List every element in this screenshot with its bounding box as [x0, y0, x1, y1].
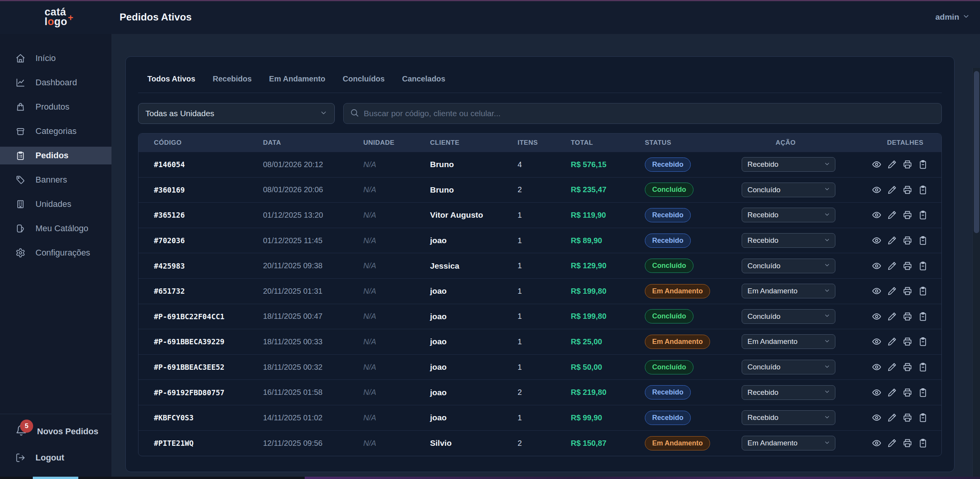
edit-order-button[interactable] [887, 159, 897, 169]
status-select[interactable]: Concluído [742, 360, 835, 374]
vertical-scrollbar[interactable] [972, 68, 980, 479]
edit-order-button[interactable] [887, 413, 897, 423]
edit-order-button[interactable] [887, 438, 897, 448]
sidebar-item-unidades[interactable]: Unidades [0, 195, 111, 213]
sidebar-item-inicio[interactable]: Início [0, 49, 111, 67]
print-order-button[interactable] [902, 185, 913, 195]
view-order-button[interactable] [872, 210, 882, 220]
sidebar-item-logout[interactable]: Logout [0, 449, 111, 467]
table-row: #702036 01/12/2025 11:45 N/A joao 1 R$ 8… [138, 228, 941, 254]
sidebar-item-novos-pedidos[interactable]: 5 Novos Pedidos [0, 423, 111, 440]
order-receipt-button[interactable] [918, 210, 928, 220]
user-menu-label: admin [935, 12, 959, 22]
order-code: #P-691BBECA39229 [154, 337, 263, 346]
status-badge: Concluído [645, 360, 693, 374]
sidebar-item-banners[interactable]: Banners [0, 171, 111, 189]
status-select[interactable]: Em Andamento [742, 436, 835, 450]
edit-order-button[interactable] [887, 261, 897, 271]
print-order-button[interactable] [902, 438, 913, 448]
print-order-button[interactable] [902, 159, 913, 169]
sidebar-item-categorias[interactable]: Categorias [0, 122, 111, 140]
edit-order-button[interactable] [887, 185, 897, 195]
main-content: Todos Ativos Recebidos Em Andamento Conc… [112, 34, 980, 477]
order-date: 14/11/2025 01:02 [263, 413, 363, 422]
view-order-button[interactable] [872, 311, 882, 322]
status-select[interactable]: Recebido [742, 157, 835, 172]
status-select[interactable]: Em Andamento [742, 284, 835, 298]
order-receipt-button[interactable] [918, 388, 928, 398]
print-order-button[interactable] [902, 337, 913, 347]
edit-order-button[interactable] [887, 311, 897, 322]
edit-order-button[interactable] [887, 210, 897, 220]
tab-em-andamento[interactable]: Em Andamento [269, 74, 326, 93]
view-order-button[interactable] [872, 159, 882, 169]
user-menu[interactable]: admin [935, 12, 970, 22]
shopping-bag-icon [15, 102, 25, 112]
status-select[interactable]: Recebido [742, 410, 835, 425]
view-order-button[interactable] [872, 413, 882, 423]
print-order-button[interactable] [902, 286, 913, 296]
print-order-button[interactable] [902, 261, 913, 271]
view-order-button[interactable] [872, 388, 882, 398]
order-unit: N/A [363, 211, 430, 220]
sidebar-item-pedidos[interactable]: Pedidos [0, 147, 111, 164]
view-order-button[interactable] [872, 261, 882, 271]
print-order-button[interactable] [902, 362, 913, 372]
col-header-cliente: Cliente [430, 139, 518, 147]
unit-filter-select[interactable]: Todas as Unidades [138, 103, 335, 124]
order-receipt-button[interactable] [918, 311, 928, 322]
status-select[interactable]: Recebido [742, 208, 835, 222]
edit-order-button[interactable] [887, 388, 897, 398]
status-select[interactable]: Concluído [742, 183, 835, 197]
order-receipt-button[interactable] [918, 413, 928, 423]
view-order-button[interactable] [872, 235, 882, 245]
order-receipt-button[interactable] [918, 185, 928, 195]
scrollbar-thumb[interactable] [974, 71, 979, 233]
sidebar-item-dashboard[interactable]: Dashboard [0, 74, 111, 91]
view-order-button[interactable] [872, 286, 882, 296]
order-unit: N/A [363, 312, 430, 321]
print-order-button[interactable] [902, 235, 913, 245]
sidebar-item-meu-catalogo[interactable]: Meu Catálogo [0, 220, 111, 237]
table-row: #360169 08/01/2026 20:06 N/A Bruno 2 R$ … [138, 178, 941, 203]
order-code: #P-69192FBD80757 [154, 388, 263, 397]
table-row: #P-691BC22F04CC1 18/11/2025 00:47 N/A jo… [138, 304, 941, 330]
order-receipt-button[interactable] [918, 159, 928, 169]
edit-order-button[interactable] [887, 286, 897, 296]
view-order-button[interactable] [872, 362, 882, 372]
tab-recebidos[interactable]: Recebidos [213, 74, 251, 93]
view-order-button[interactable] [872, 185, 882, 195]
status-select[interactable]: Concluído [742, 259, 835, 273]
print-order-button[interactable] [902, 311, 913, 322]
tab-concluidos[interactable]: Concluídos [343, 74, 385, 93]
edit-order-button[interactable] [887, 235, 897, 245]
view-order-button[interactable] [872, 337, 882, 347]
edit-order-button[interactable] [887, 337, 897, 347]
status-select[interactable]: Recebido [742, 233, 835, 248]
view-order-button[interactable] [872, 438, 882, 448]
col-header-data: Data [263, 139, 363, 147]
sidebar-item-produtos[interactable]: Produtos [0, 98, 111, 116]
table-header-row: Código Data Unidade Cliente Itens Total … [138, 134, 941, 152]
status-select[interactable]: Em Andamento [742, 334, 835, 349]
search-input[interactable] [364, 109, 935, 118]
unit-filter-value: Todas as Unidades [145, 109, 214, 118]
order-receipt-button[interactable] [918, 261, 928, 271]
tab-cancelados[interactable]: Cancelados [402, 74, 445, 93]
tab-todos-ativos[interactable]: Todos Ativos [147, 74, 195, 93]
order-receipt-button[interactable] [918, 362, 928, 372]
row-actions [872, 185, 941, 195]
order-code: #PITE21WQ [154, 439, 263, 447]
status-select[interactable]: Recebido [742, 385, 835, 400]
print-order-button[interactable] [902, 388, 913, 398]
order-receipt-button[interactable] [918, 286, 928, 296]
print-order-button[interactable] [902, 210, 913, 220]
order-date: 12/11/2025 09:56 [263, 439, 363, 448]
print-order-button[interactable] [902, 413, 913, 423]
status-select[interactable]: Concluído [742, 309, 835, 324]
order-receipt-button[interactable] [918, 235, 928, 245]
edit-order-button[interactable] [887, 362, 897, 372]
order-receipt-button[interactable] [918, 337, 928, 347]
sidebar-item-configuracoes[interactable]: Configurações [0, 244, 111, 262]
order-receipt-button[interactable] [918, 438, 928, 448]
